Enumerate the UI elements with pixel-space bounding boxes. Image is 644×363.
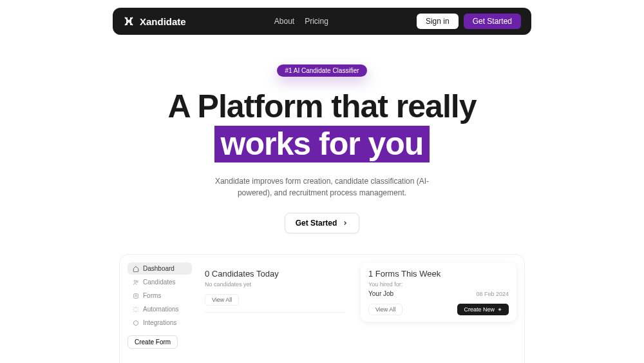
forms-card-row: Your Job 08 Feb 2024 xyxy=(368,290,509,297)
forms-createnew-button[interactable]: Create New xyxy=(457,304,509,315)
forms-card-date: 08 Feb 2024 xyxy=(476,291,509,297)
xandidate-logo-icon xyxy=(123,15,135,27)
integrations-icon xyxy=(133,320,139,326)
hero-section: #1 AI Candidate Classifier A Platform th… xyxy=(0,64,644,233)
chevron-right-icon xyxy=(342,220,348,226)
hero-title-line1: A Platform that really xyxy=(167,88,476,124)
brand-logo[interactable]: Xandidate xyxy=(123,15,186,27)
hero-title: A Platform that really works for you xyxy=(0,88,644,162)
forms-viewall-button[interactable]: View All xyxy=(368,304,402,315)
home-icon xyxy=(133,266,139,272)
svg-point-1 xyxy=(137,280,138,282)
nav-center: About Pricing xyxy=(186,17,417,26)
forms-card-sub: You hired for: xyxy=(368,281,509,288)
sidebar-item-integrations[interactable]: Integrations xyxy=(128,317,192,329)
create-form-button[interactable]: Create Form xyxy=(128,335,178,349)
sidebar-label-candidates: Candidates xyxy=(143,279,176,286)
forms-createnew-label: Create New xyxy=(464,306,495,313)
sidebar-label-integrations: Integrations xyxy=(143,319,176,326)
sidebar-item-forms[interactable]: Forms xyxy=(128,289,192,302)
sidebar-label-automations: Automations xyxy=(143,306,179,313)
dashboard-preview: Dashboard Candidates Forms Automations I… xyxy=(119,254,525,363)
getstarted-hero-button[interactable]: Get Started xyxy=(285,213,360,233)
forms-card-job: Your Job xyxy=(368,290,393,297)
candidates-card-title: 0 Candidates Today xyxy=(205,269,345,279)
candidates-viewall-button[interactable]: View All xyxy=(205,294,239,306)
signin-button[interactable]: Sign in xyxy=(417,14,459,29)
sidebar-item-dashboard[interactable]: Dashboard xyxy=(128,262,192,275)
sidebar-label-dashboard: Dashboard xyxy=(143,265,175,272)
svg-point-0 xyxy=(134,280,136,282)
nav-right: Sign in Get Started xyxy=(417,14,521,29)
sidebar-label-forms: Forms xyxy=(143,292,161,299)
candidates-card-sub: No candidates yet xyxy=(205,281,345,288)
users-icon xyxy=(133,279,139,286)
hero-title-highlight: works for you xyxy=(214,126,430,163)
nav-link-about[interactable]: About xyxy=(274,17,294,26)
forms-card-title: 1 Forms This Week xyxy=(368,269,509,279)
automations-icon xyxy=(133,306,139,313)
getstarted-hero-label: Get Started xyxy=(296,219,337,228)
card-divider xyxy=(205,312,345,313)
forms-card: 1 Forms This Week You hired for: Your Jo… xyxy=(361,262,516,322)
hero-subtitle: Xandidate improves form creation, candid… xyxy=(200,175,444,199)
sidebar: Dashboard Candidates Forms Automations I… xyxy=(128,262,192,363)
sidebar-item-automations[interactable]: Automations xyxy=(128,303,192,315)
brand-name: Xandidate xyxy=(140,16,186,27)
plus-icon xyxy=(497,307,502,312)
candidates-card-actions: View All xyxy=(205,294,345,306)
nav-link-pricing[interactable]: Pricing xyxy=(305,17,328,26)
sidebar-item-candidates[interactable]: Candidates xyxy=(128,276,192,288)
getstarted-nav-button[interactable]: Get Started xyxy=(464,14,521,29)
navbar: Xandidate About Pricing Sign in Get Star… xyxy=(113,8,531,35)
forms-icon xyxy=(133,293,139,299)
hero-badge: #1 AI Candidate Classifier xyxy=(277,64,366,77)
candidates-card: 0 Candidates Today No candidates yet Vie… xyxy=(197,262,353,319)
main-cards: 0 Candidates Today No candidates yet Vie… xyxy=(197,262,516,363)
forms-card-actions: View All Create New xyxy=(368,304,509,315)
